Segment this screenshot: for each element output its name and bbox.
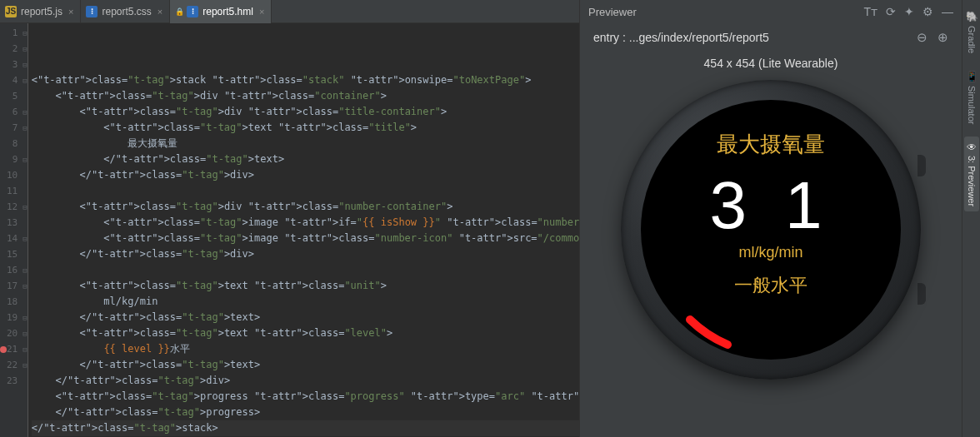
progress-arc (644, 103, 898, 356)
preview-dimensions: 454 x 454 (Lite Wearable) (704, 57, 838, 70)
rail-previewer[interactable]: 👁 3: Previewer (964, 137, 979, 211)
tab-report5-hml[interactable]: 🔒 ⁝ report5.hml × (170, 0, 272, 23)
lock-icon: 🔒 (175, 7, 184, 16)
text-size-icon[interactable]: Tᴛ (863, 5, 878, 18)
previewer-title: Previewer (588, 6, 855, 18)
rail-label: Simulator (967, 86, 977, 124)
close-icon[interactable]: × (259, 7, 264, 17)
tab-report5-js[interactable]: JS report5.js × (0, 0, 81, 23)
tab-label: report5.css (102, 6, 151, 17)
close-icon[interactable]: × (158, 7, 162, 17)
rail-gradle[interactable]: 🐘 Gradle (964, 5, 979, 58)
close-icon[interactable]: × (68, 7, 73, 17)
zoom-in-icon[interactable]: ⊕ (938, 30, 948, 45)
watch-crown-bottom (918, 283, 926, 305)
minimize-icon[interactable]: — (942, 5, 953, 18)
line-number-gutter: 1234567891011121314151617181920212223 (7, 23, 22, 437)
entry-bar: entry : ...ges/index/report5/report5 ⊖ ⊕ (580, 23, 962, 48)
js-file-icon: JS (5, 6, 17, 17)
code-area: 1234567891011121314151617181920212223 ⊟⊟… (0, 23, 579, 437)
hml-file-icon: ⁝ (187, 6, 198, 17)
entry-path: entry : ...ges/index/report5/report5 (593, 31, 907, 44)
gradle-icon: 🐘 (966, 10, 978, 22)
simulator-icon: 📱 (966, 70, 978, 82)
rail-label: 3: Previewer (967, 156, 977, 206)
watch-crown-top (918, 155, 926, 176)
css-file-icon: ⁝ (86, 6, 98, 17)
gear-icon[interactable]: ⚙ (922, 5, 933, 18)
previewer-header: Previewer Tᴛ ⟳ ✦ ⚙ — (580, 0, 962, 23)
refresh-icon[interactable]: ⟳ (886, 5, 896, 18)
rail-simulator[interactable]: 📱 Simulator (964, 65, 979, 129)
plug-icon[interactable]: ✦ (904, 5, 914, 18)
previewer-pane: Previewer Tᴛ ⟳ ✦ ⚙ — entry : ...ges/inde… (579, 0, 962, 437)
preview-stage: 454 x 454 (Lite Wearable) 最大摄氧量 3 1 ml/k… (580, 48, 962, 437)
right-tool-rail: 🐘 Gradle 📱 Simulator 👁 3: Previewer (962, 0, 980, 437)
tab-label: report5.js (21, 6, 62, 17)
editor-pane: JS report5.js × ⁝ report5.css × 🔒 ⁝ repo… (0, 0, 579, 437)
eye-icon: 👁 (966, 142, 978, 152)
tab-label: report5.hml (202, 6, 253, 17)
breakpoint-gutter[interactable] (0, 23, 7, 437)
tab-report5-css[interactable]: ⁝ report5.css × (81, 0, 170, 23)
zoom-out-icon[interactable]: ⊖ (917, 30, 928, 45)
watch-body: 最大摄氧量 3 1 ml/kg/min 一般水平 (621, 80, 921, 380)
watch-device: 最大摄氧量 3 1 ml/kg/min 一般水平 (621, 80, 921, 405)
rail-label: Gradle (967, 26, 977, 53)
tabs-bar: JS report5.js × ⁝ report5.css × 🔒 ⁝ repo… (0, 0, 579, 23)
code-editor[interactable]: ✔ <"t-attr">class="t-tag">stack "t-attr"… (28, 23, 579, 437)
watch-screen[interactable]: 最大摄氧量 3 1 ml/kg/min 一般水平 (641, 100, 901, 360)
